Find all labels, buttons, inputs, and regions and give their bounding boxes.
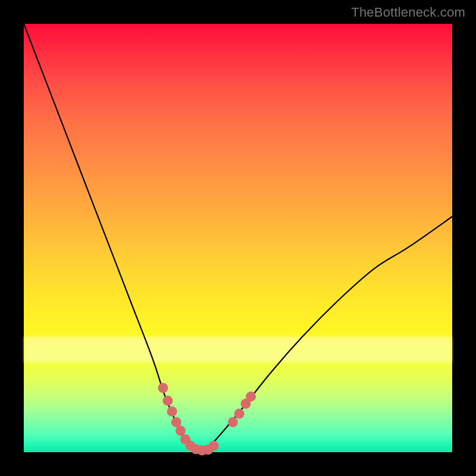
highlight-dots — [158, 383, 256, 456]
chart-frame: TheBottleneck.com — [0, 0, 476, 476]
highlight-dot — [246, 392, 256, 402]
highlight-dot — [158, 383, 168, 393]
highlight-dot — [162, 396, 173, 406]
highlight-dot — [234, 409, 245, 419]
watermark-text: TheBottleneck.com — [351, 5, 465, 20]
highlight-dot — [167, 406, 177, 416]
curve-layer — [24, 24, 452, 452]
highlight-dot — [228, 417, 238, 427]
highlight-dot — [171, 417, 181, 427]
highlight-dot — [209, 441, 219, 451]
highlight-dot — [176, 426, 186, 436]
plot-area — [24, 24, 452, 452]
bottleneck-curve — [24, 24, 452, 453]
